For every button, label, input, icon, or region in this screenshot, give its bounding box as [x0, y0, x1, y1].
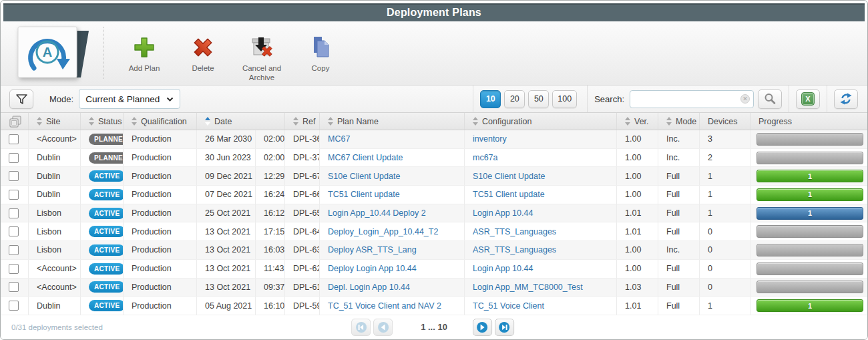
configuration-link[interactable]: S10e Client Update: [473, 172, 545, 181]
configuration-link[interactable]: ASR_TTS_Languages: [473, 227, 556, 236]
export-excel-button[interactable]: X: [796, 90, 820, 109]
configuration-link[interactable]: inventory: [473, 134, 507, 144]
plan-name-link[interactable]: Login App_10.44 Deploy 2: [328, 208, 426, 218]
plan-name-link[interactable]: S10e Client Update: [328, 172, 400, 181]
filter-button[interactable]: [9, 90, 33, 109]
delete-button[interactable]: Delete: [174, 36, 232, 73]
status-badge: ACTIVE: [89, 226, 124, 237]
select-all-header[interactable]: [1, 113, 29, 130]
page-size-10[interactable]: 10: [480, 90, 501, 108]
configuration-link[interactable]: TC51 Client update: [473, 190, 545, 199]
date-cell: 13 Oct 2021: [197, 222, 256, 240]
last-page-button[interactable]: [495, 319, 514, 336]
column-header-mode[interactable]: Mode: [658, 113, 700, 130]
checkbox-cell: [1, 204, 29, 222]
date-cell: 13 Oct 2021: [197, 279, 256, 297]
progress-bar: [756, 263, 863, 275]
mode-cell: Inc.: [658, 149, 700, 167]
configuration-link[interactable]: Login App_MM_TC8000_Test: [473, 283, 583, 292]
column-header-qualification[interactable]: Qualification: [124, 113, 197, 130]
previous-page-button[interactable]: [373, 319, 393, 336]
row-checkbox[interactable]: [9, 264, 19, 274]
time-cell: 17:15: [256, 222, 285, 240]
mode-cell: Full: [658, 186, 700, 204]
excel-export-icon: X: [801, 92, 815, 106]
mode-cell: Full: [658, 260, 700, 278]
search-button[interactable]: [758, 90, 782, 109]
row-checkbox[interactable]: [9, 190, 19, 200]
plan-name-link[interactable]: MC67: [328, 134, 350, 144]
progress-bar: [756, 152, 863, 164]
progress-cell: 1: [750, 204, 868, 222]
row-checkbox[interactable]: [9, 301, 19, 311]
page-size-50[interactable]: 50: [528, 90, 549, 108]
status-cell: ACTIVE: [81, 241, 124, 259]
page-info: 1 ... 10: [421, 322, 447, 332]
column-header-plan_name[interactable]: Plan Name: [320, 113, 465, 130]
plan-name-cell: Login App_10.44 Deploy 2: [320, 204, 465, 222]
row-checkbox[interactable]: [9, 208, 19, 218]
row-checkbox[interactable]: [9, 153, 19, 163]
progress-bar: [756, 244, 863, 257]
search-input[interactable]: [630, 90, 754, 108]
filter-bar: Mode: Current & Planned 102050100 Search…: [1, 86, 867, 113]
ref-cell: DPL-65: [285, 204, 320, 222]
mode-select[interactable]: Current & Planned: [79, 89, 180, 109]
previous-page-icon: [377, 321, 389, 333]
column-header-label: Progress: [758, 117, 792, 126]
plan-name-link[interactable]: TC51 Client update: [328, 190, 400, 199]
progress-bar: [756, 225, 863, 238]
column-header-ver[interactable]: Ver.: [617, 113, 658, 130]
plan-name-link[interactable]: Depl. Login App 10.44: [328, 283, 410, 292]
checkbox-cell: [1, 260, 29, 278]
configuration-link[interactable]: TC_51 Voice Client: [473, 301, 544, 311]
plan-name-link[interactable]: TC_51 Voice Client and NAV 2: [328, 301, 441, 311]
version-cell: 1.01: [617, 204, 658, 222]
plan-name-cell: Deploy_Login_App_10.44_T2: [320, 222, 465, 240]
qualification-cell: Production: [124, 186, 197, 204]
progress-bar: 1: [756, 188, 863, 201]
add-plan-button[interactable]: Add Plan: [115, 36, 174, 73]
configuration-link[interactable]: Login App 10.44: [473, 208, 533, 218]
column-header-site[interactable]: Site: [29, 113, 81, 130]
next-page-button[interactable]: [473, 319, 492, 336]
plan-name-link[interactable]: Deploy Login App 10.44: [328, 264, 417, 273]
configuration-link[interactable]: ASR_TTS_Languages: [473, 245, 556, 254]
column-header-label: Ver.: [634, 117, 649, 126]
plan-name-link[interactable]: MC67 Client Update: [328, 153, 403, 162]
configuration-cell: Login App_MM_TC8000_Test: [465, 279, 617, 297]
copy-button[interactable]: Copy: [291, 36, 350, 73]
row-checkbox[interactable]: [9, 282, 19, 292]
row-checkbox[interactable]: [9, 171, 19, 181]
column-header-ref[interactable]: Ref: [285, 113, 320, 130]
status-badge: ACTIVE: [89, 281, 124, 293]
ref-cell: DPL-67: [285, 167, 320, 185]
configuration-link[interactable]: Login App 10.44: [473, 264, 533, 273]
column-header-status[interactable]: Status: [81, 113, 124, 130]
first-page-button[interactable]: [351, 319, 371, 336]
plan-name-cell: TC_51 Voice Client and NAV 2: [320, 297, 465, 315]
page-size-100[interactable]: 100: [552, 90, 577, 108]
selection-count: 0/31 deployments selected: [11, 323, 103, 331]
column-header-configuration[interactable]: Configuration: [465, 113, 617, 130]
devices-cell: 1: [700, 204, 750, 222]
copy-pages-icon: [309, 36, 332, 59]
mode-cell: Full: [658, 279, 700, 297]
plan-name-link[interactable]: Deploy ASR_TTS_Lang: [328, 245, 417, 254]
last-page-icon: [498, 321, 510, 333]
plan-name-link[interactable]: Deploy_Login_App_10.44_T2: [328, 227, 438, 236]
status-cell: ACTIVE: [81, 186, 124, 204]
row-checkbox[interactable]: [9, 134, 19, 144]
page-size-20[interactable]: 20: [504, 90, 525, 108]
time-cell: 16:10: [256, 297, 285, 315]
stacked-pages-icon: [9, 115, 22, 128]
sort-arrows: [293, 117, 298, 126]
refresh-button[interactable]: [834, 90, 858, 109]
configuration-link[interactable]: mc67a: [473, 153, 498, 162]
row-checkbox[interactable]: [9, 245, 19, 255]
progress-cell: [750, 130, 868, 148]
row-checkbox[interactable]: [9, 226, 19, 236]
cancel-and-archive-button[interactable]: Cancel and Archive: [232, 36, 291, 83]
clear-search-icon[interactable]: ✕: [740, 94, 750, 104]
column-header-date[interactable]: Date: [197, 113, 285, 130]
